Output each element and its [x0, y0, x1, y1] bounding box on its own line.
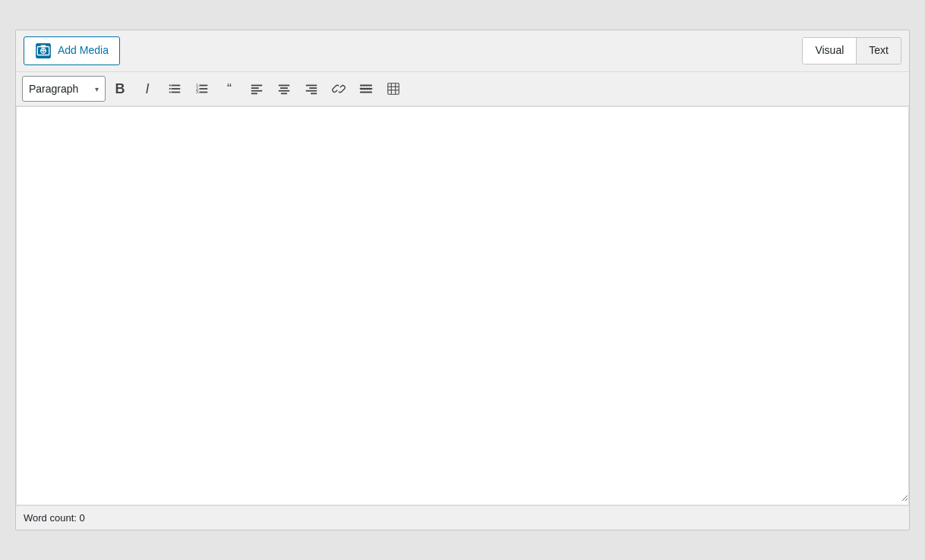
svg-rect-16 [199, 92, 207, 93]
link-button[interactable] [326, 76, 352, 102]
ordered-list-icon: 1. 2. 3. [195, 82, 209, 96]
blockquote-icon: “ [227, 82, 232, 96]
svg-rect-14 [199, 88, 207, 90]
chevron-down-icon: ▾ [95, 85, 99, 93]
ordered-list-button[interactable]: 1. 2. 3. [189, 76, 215, 102]
add-media-icon: + [35, 42, 52, 59]
svg-text:3.: 3. [196, 90, 199, 94]
svg-rect-19 [251, 90, 262, 92]
editor-footer: Word count: 0 [16, 505, 909, 530]
unordered-list-icon [168, 82, 182, 96]
bold-icon: B [115, 81, 125, 97]
align-right-button[interactable] [298, 76, 324, 102]
unordered-list-button[interactable] [162, 76, 188, 102]
bold-button[interactable]: B [107, 76, 133, 102]
align-right-icon [305, 82, 318, 96]
svg-rect-6 [172, 85, 181, 87]
svg-rect-20 [251, 93, 257, 94]
svg-rect-8 [172, 88, 181, 90]
svg-rect-33 [388, 83, 399, 94]
svg-rect-28 [311, 93, 317, 94]
link-icon [332, 82, 346, 96]
svg-rect-25 [306, 85, 317, 87]
editor-toolbar: Paragraph Heading 1 Heading 2 Heading 3 … [16, 72, 909, 106]
svg-rect-29 [360, 85, 372, 87]
table-button[interactable] [380, 76, 406, 102]
editor-wrapper: + Add Media Visual Text Paragraph Headin… [15, 30, 910, 530]
add-media-button[interactable]: + Add Media [24, 36, 120, 65]
view-tabs: Visual Text [802, 37, 901, 64]
editor-textarea[interactable] [17, 107, 908, 502]
svg-rect-27 [306, 90, 317, 92]
format-select-dropdown[interactable]: Paragraph Heading 1 Heading 2 Heading 3 … [29, 83, 90, 95]
word-count: Word count: 0 [24, 512, 85, 524]
svg-rect-21 [279, 85, 289, 87]
svg-rect-10 [172, 92, 181, 93]
svg-rect-9 [169, 92, 171, 93]
svg-rect-17 [251, 85, 262, 87]
visual-tab[interactable]: Visual [803, 38, 857, 64]
svg-rect-12 [199, 85, 207, 87]
svg-rect-5 [169, 85, 171, 87]
svg-rect-4 [41, 45, 46, 47]
svg-rect-7 [169, 88, 171, 90]
blockquote-button[interactable]: “ [216, 76, 242, 102]
editor-content-area [16, 106, 909, 505]
text-tab[interactable]: Text [857, 38, 901, 64]
align-center-icon [277, 82, 291, 96]
svg-rect-23 [279, 90, 289, 92]
horizontal-rule-button[interactable] [353, 76, 379, 102]
horizontal-rule-icon [359, 82, 373, 96]
italic-icon: I [145, 81, 149, 97]
add-media-label: Add Media [58, 43, 109, 58]
align-left-button[interactable] [244, 76, 270, 102]
svg-rect-24 [281, 93, 287, 94]
editor-top-bar: + Add Media Visual Text [16, 30, 909, 72]
format-select-wrapper[interactable]: Paragraph Heading 1 Heading 2 Heading 3 … [22, 76, 106, 102]
svg-rect-26 [309, 87, 317, 89]
table-icon [387, 82, 400, 96]
svg-rect-18 [251, 87, 259, 89]
align-center-button[interactable] [271, 76, 297, 102]
align-left-icon [250, 82, 264, 96]
italic-button[interactable]: I [134, 76, 160, 102]
svg-rect-31 [360, 92, 372, 93]
svg-rect-22 [280, 87, 288, 89]
